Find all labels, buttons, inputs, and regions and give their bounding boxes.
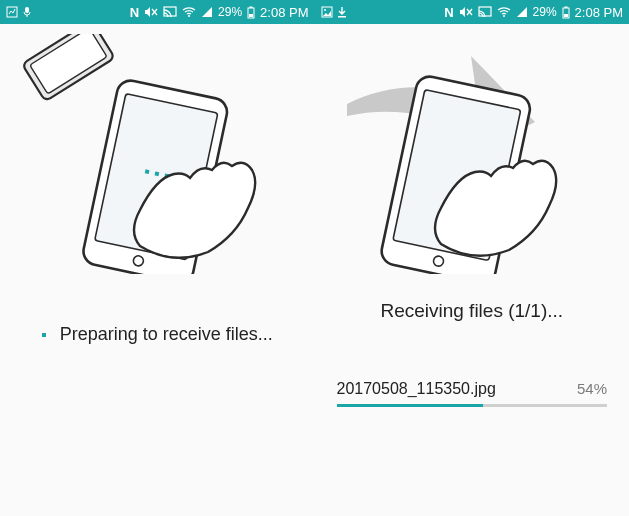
- clock-time: 2:08 PM: [260, 5, 308, 20]
- download-icon: [337, 6, 347, 18]
- cast-icon: [163, 6, 177, 18]
- battery-icon: [562, 6, 570, 19]
- svg-rect-1: [25, 7, 29, 13]
- svg-rect-5: [250, 6, 253, 8]
- svg-point-16: [324, 9, 326, 11]
- signal-icon: [201, 6, 213, 18]
- svg-point-19: [503, 15, 505, 17]
- receive-illustration: [315, 24, 630, 284]
- battery-icon: [247, 6, 255, 19]
- preparing-text: Preparing to receive files...: [60, 324, 273, 345]
- chart-icon: [6, 6, 18, 18]
- progress-bar: [337, 404, 608, 407]
- nfc-icon: N: [130, 5, 139, 20]
- progress-fill: [337, 404, 483, 407]
- mute-icon: [459, 6, 473, 18]
- battery-percent: 29%: [533, 5, 557, 19]
- wifi-icon: [497, 6, 511, 18]
- mute-icon: [144, 6, 158, 18]
- svg-rect-13: [155, 171, 160, 176]
- svg-rect-17: [338, 16, 346, 18]
- clock-time: 2:08 PM: [575, 5, 623, 20]
- svg-rect-6: [249, 14, 253, 17]
- image-icon: [321, 6, 333, 18]
- cast-icon: [478, 6, 492, 18]
- spinner-dot: [42, 333, 46, 337]
- wifi-icon: [182, 6, 196, 18]
- svg-rect-22: [564, 14, 568, 17]
- file-percent: 54%: [577, 380, 607, 397]
- status-bar: N 29% 2:08 PM: [315, 0, 630, 24]
- svg-rect-21: [564, 6, 567, 8]
- file-name: 20170508_115350.jpg: [337, 380, 496, 398]
- screen-sending: N 29% 2:08 PM: [0, 0, 315, 516]
- receiving-header: Receiving files (1/1)...: [315, 300, 630, 322]
- beam-illustration: [0, 24, 315, 284]
- preparing-status: Preparing to receive files...: [0, 324, 315, 345]
- svg-rect-12: [145, 169, 150, 174]
- screen-receiving: N 29% 2:08 PM Receiving files (1/1).: [315, 0, 630, 516]
- battery-percent: 29%: [218, 5, 242, 19]
- signal-icon: [516, 6, 528, 18]
- nfc-icon: N: [444, 5, 453, 20]
- file-transfer-item: 20170508_115350.jpg 54%: [315, 380, 630, 407]
- svg-point-3: [188, 15, 190, 17]
- mic-icon: [22, 6, 32, 18]
- status-bar: N 29% 2:08 PM: [0, 0, 315, 24]
